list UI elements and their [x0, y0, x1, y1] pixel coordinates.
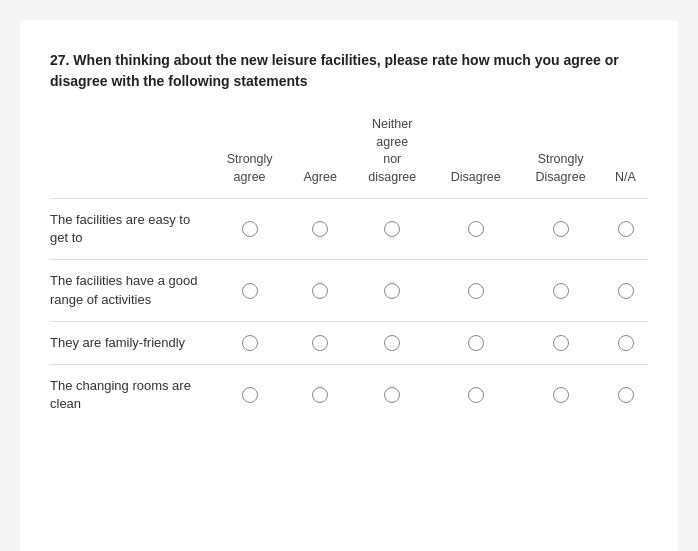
radio-row1-neither[interactable] [384, 221, 400, 237]
survey-card: 27. When thinking about the new leisure … [20, 20, 678, 551]
cell-row4-na[interactable] [603, 364, 648, 425]
row-label-row2: The facilities have a good range of acti… [50, 260, 210, 321]
cell-row1-disagree[interactable] [433, 199, 518, 260]
radio-row1-agree[interactable] [312, 221, 328, 237]
radio-row3-neither[interactable] [384, 335, 400, 351]
table-row: They are family-friendly [50, 321, 648, 364]
radio-row2-neither[interactable] [384, 283, 400, 299]
cell-row3-strongly_agree[interactable] [210, 321, 289, 364]
table-row: The facilities are easy to get to [50, 199, 648, 260]
radio-row4-strongly_disagree[interactable] [553, 387, 569, 403]
cell-row3-na[interactable] [603, 321, 648, 364]
radio-row1-strongly_disagree[interactable] [553, 221, 569, 237]
rating-table: Stronglyagree Agree Neitheragreenordisag… [50, 116, 648, 425]
radio-row4-agree[interactable] [312, 387, 328, 403]
radio-row3-strongly_disagree[interactable] [553, 335, 569, 351]
row-label-row3: They are family-friendly [50, 321, 210, 364]
cell-row3-agree[interactable] [289, 321, 351, 364]
cell-row2-agree[interactable] [289, 260, 351, 321]
radio-row2-agree[interactable] [312, 283, 328, 299]
col-header-na: N/A [603, 116, 648, 199]
cell-row2-disagree[interactable] [433, 260, 518, 321]
radio-row3-agree[interactable] [312, 335, 328, 351]
cell-row1-strongly_disagree[interactable] [518, 199, 603, 260]
question-title: 27. When thinking about the new leisure … [50, 50, 648, 92]
row-label-row4: The changing rooms are clean [50, 364, 210, 425]
cell-row1-neither[interactable] [351, 199, 433, 260]
cell-row4-strongly_disagree[interactable] [518, 364, 603, 425]
cell-row4-disagree[interactable] [433, 364, 518, 425]
cell-row4-neither[interactable] [351, 364, 433, 425]
table-row: The changing rooms are clean [50, 364, 648, 425]
radio-row2-strongly_disagree[interactable] [553, 283, 569, 299]
cell-row3-strongly_disagree[interactable] [518, 321, 603, 364]
radio-row4-na[interactable] [618, 387, 634, 403]
cell-row3-neither[interactable] [351, 321, 433, 364]
cell-row1-na[interactable] [603, 199, 648, 260]
radio-row4-strongly_agree[interactable] [242, 387, 258, 403]
cell-row2-neither[interactable] [351, 260, 433, 321]
radio-row2-na[interactable] [618, 283, 634, 299]
col-header-strongly-agree: Stronglyagree [210, 116, 289, 199]
question-text: When thinking about the new leisure faci… [50, 52, 619, 89]
cell-row2-strongly_disagree[interactable] [518, 260, 603, 321]
radio-row2-disagree[interactable] [468, 283, 484, 299]
col-header-empty [50, 116, 210, 199]
table-row: The facilities have a good range of acti… [50, 260, 648, 321]
cell-row1-agree[interactable] [289, 199, 351, 260]
col-header-disagree: Disagree [433, 116, 518, 199]
radio-row2-strongly_agree[interactable] [242, 283, 258, 299]
cell-row2-na[interactable] [603, 260, 648, 321]
col-header-strongly-disagree: StronglyDisagree [518, 116, 603, 199]
cell-row4-strongly_agree[interactable] [210, 364, 289, 425]
question-number: 27. [50, 52, 73, 68]
radio-row3-disagree[interactable] [468, 335, 484, 351]
radio-row4-disagree[interactable] [468, 387, 484, 403]
table-header-row: Stronglyagree Agree Neitheragreenordisag… [50, 116, 648, 199]
cell-row3-disagree[interactable] [433, 321, 518, 364]
col-header-agree: Agree [289, 116, 351, 199]
radio-row1-strongly_agree[interactable] [242, 221, 258, 237]
cell-row1-strongly_agree[interactable] [210, 199, 289, 260]
radio-row3-strongly_agree[interactable] [242, 335, 258, 351]
radio-row3-na[interactable] [618, 335, 634, 351]
radio-row1-disagree[interactable] [468, 221, 484, 237]
radio-row1-na[interactable] [618, 221, 634, 237]
cell-row4-agree[interactable] [289, 364, 351, 425]
col-header-neither: Neitheragreenordisagree [351, 116, 433, 199]
cell-row2-strongly_agree[interactable] [210, 260, 289, 321]
radio-row4-neither[interactable] [384, 387, 400, 403]
row-label-row1: The facilities are easy to get to [50, 199, 210, 260]
